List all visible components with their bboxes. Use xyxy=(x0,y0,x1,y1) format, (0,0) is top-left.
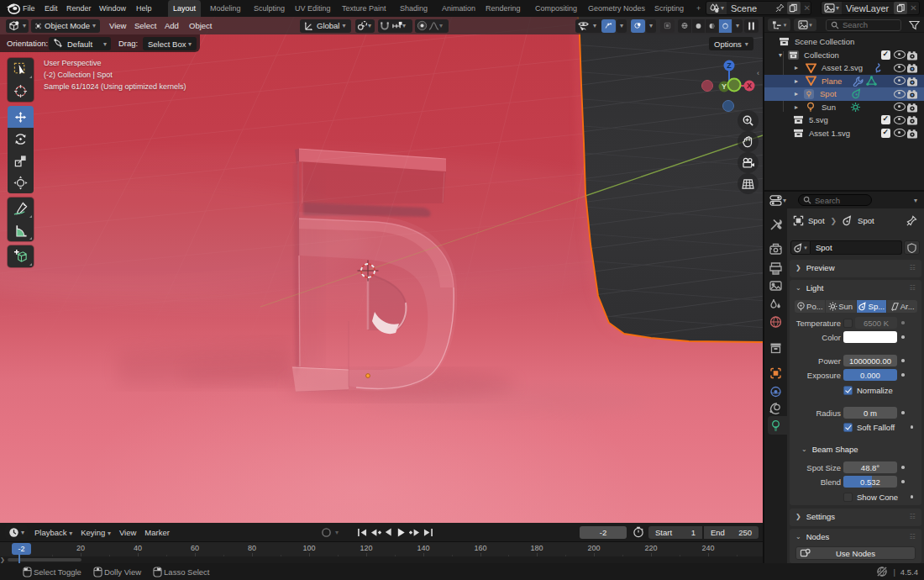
svg-text:Z: Z xyxy=(727,61,732,70)
svg-text:Y: Y xyxy=(722,82,727,91)
svg-text:X: X xyxy=(747,82,752,90)
